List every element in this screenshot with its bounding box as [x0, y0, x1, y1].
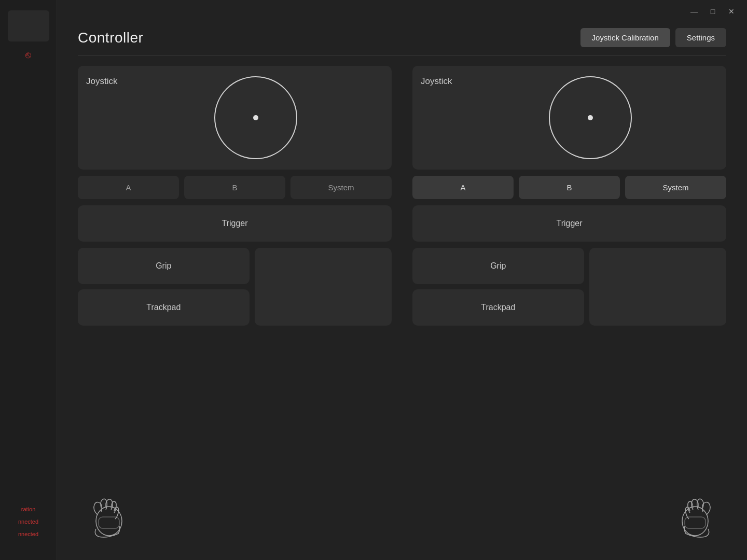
left-grip-trackpad-left: Grip Trackpad — [78, 248, 250, 326]
svg-rect-1 — [99, 517, 119, 528]
left-side-panel — [255, 248, 392, 326]
left-hand-illustration — [78, 487, 140, 544]
right-buttons-row: A B System — [412, 176, 726, 199]
right-button-a[interactable]: A — [412, 176, 514, 199]
main-content: — □ ✕ Controller Joystick Calibration Se… — [57, 0, 747, 560]
settings-button[interactable]: Settings — [675, 28, 726, 47]
joystick-calibration-button[interactable]: Joystick Calibration — [580, 28, 670, 47]
right-button-b[interactable]: B — [519, 176, 620, 199]
left-grip-panel[interactable]: Grip — [78, 248, 250, 284]
right-joystick-dot — [588, 115, 593, 120]
maximize-button[interactable]: □ — [706, 4, 720, 19]
left-joystick-circle-container — [128, 76, 383, 159]
left-trackpad-panel[interactable]: Trackpad — [78, 289, 250, 326]
header-buttons: Joystick Calibration Settings — [580, 28, 726, 47]
left-buttons-row: A B System — [78, 176, 392, 199]
controllers-area: Joystick A B System Trigger — [57, 66, 747, 482]
right-trigger-panel[interactable]: Trigger — [412, 205, 726, 242]
header-divider — [78, 55, 726, 55]
left-grip-label: Grip — [156, 261, 171, 271]
minimize-button[interactable]: — — [687, 4, 701, 19]
left-button-b[interactable]: B — [184, 176, 285, 199]
left-controller-panel: Joystick A B System Trigger — [78, 66, 392, 482]
right-side-panel — [589, 248, 726, 326]
sidebar-status-3: nnected — [18, 531, 38, 537]
left-button-a[interactable]: A — [78, 176, 179, 199]
sidebar-block — [8, 10, 49, 41]
right-grip-trackpad-left: Grip Trackpad — [412, 248, 584, 326]
svg-rect-3 — [685, 517, 706, 528]
right-joystick-circle-container — [462, 76, 718, 159]
left-joystick-label: Joystick — [86, 74, 117, 87]
sidebar-status-2: nnected — [18, 519, 38, 525]
left-trigger-panel[interactable]: Trigger — [78, 205, 392, 242]
left-hand-svg — [83, 490, 135, 542]
right-grip-trackpad-row: Grip Trackpad — [412, 248, 726, 326]
app-header: Controller Joystick Calibration Settings — [57, 23, 747, 55]
left-joystick-dot — [253, 115, 258, 120]
svg-point-2 — [682, 507, 708, 536]
svg-point-0 — [96, 507, 122, 536]
page-title: Controller — [78, 30, 143, 46]
right-grip-label: Grip — [490, 261, 506, 271]
close-button[interactable]: ✕ — [724, 4, 739, 19]
right-trackpad-panel[interactable]: Trackpad — [412, 289, 584, 326]
left-button-system[interactable]: System — [290, 176, 392, 199]
right-grip-panel[interactable]: Grip — [412, 248, 584, 284]
hands-area — [57, 482, 747, 560]
left-joystick-panel: Joystick — [78, 66, 392, 170]
right-hand-svg — [669, 490, 721, 542]
left-trigger-label: Trigger — [222, 219, 247, 228]
left-joystick-circle[interactable] — [214, 76, 297, 159]
right-trigger-label: Trigger — [556, 219, 582, 228]
right-trackpad-label: Trackpad — [481, 303, 515, 312]
right-controller-panel: Joystick A B System Trigger — [412, 66, 726, 482]
right-joystick-panel: Joystick — [412, 66, 726, 170]
right-joystick-circle[interactable] — [549, 76, 632, 159]
sidebar: ⎋ ration nnected nnected — [0, 0, 57, 560]
export-icon[interactable]: ⎋ — [25, 50, 31, 61]
sidebar-status-1: ration — [21, 506, 36, 512]
right-joystick-label: Joystick — [421, 74, 452, 87]
left-grip-trackpad-row: Grip Trackpad — [78, 248, 392, 326]
left-trackpad-label: Trackpad — [146, 303, 181, 312]
right-hand-illustration — [664, 487, 726, 544]
title-bar: — □ ✕ — [57, 0, 747, 23]
right-button-system[interactable]: System — [625, 176, 726, 199]
